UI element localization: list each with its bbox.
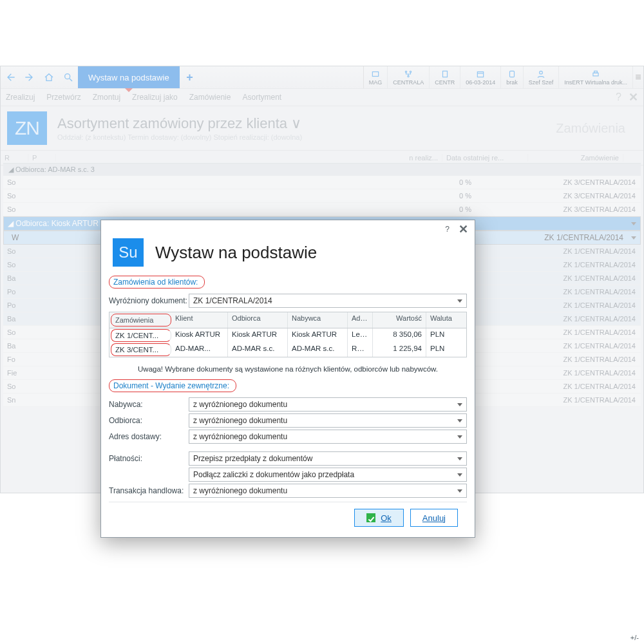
label-highlighted-doc: Wyróżniony dokument: bbox=[109, 296, 189, 305]
label-platnosci: Płatności: bbox=[109, 454, 189, 463]
odbiorca-select[interactable]: z wyróżnionego dokumentu bbox=[189, 413, 467, 428]
dialog-close-button[interactable]: ✕ bbox=[459, 222, 468, 236]
th-klient[interactable]: Klient bbox=[171, 312, 228, 328]
dialog-badge: Su bbox=[113, 238, 144, 267]
dialog-help-button[interactable]: ? bbox=[445, 225, 450, 234]
label-odbiorca: Odbiorca: bbox=[109, 416, 189, 425]
warning-text: Uwaga! Wybrane dokumenty są wystawione n… bbox=[109, 361, 467, 379]
zoom-indicator[interactable]: +/- bbox=[630, 634, 639, 641]
label-nabywca: Nabywca: bbox=[109, 400, 189, 409]
th-orders[interactable]: Zamówienia bbox=[111, 314, 171, 327]
orders-table: Zamówienia Klient Odbiorca Nabywca Adres… bbox=[109, 312, 467, 357]
th-wartosc[interactable]: Wartość bbox=[373, 312, 426, 328]
th-odbiorca[interactable]: Odbiorca bbox=[228, 312, 288, 328]
section-orders-link[interactable]: Zamówienia od klientów: bbox=[113, 278, 198, 287]
cancel-button[interactable]: Anuluj bbox=[410, 509, 458, 527]
check-icon bbox=[366, 513, 375, 522]
dialog-title: Wystaw na podstawie bbox=[155, 243, 317, 263]
table-row[interactable]: ZK 3/CENT... AD-MAR... AD-MAR s.c. AD-MA… bbox=[109, 343, 466, 357]
nabywca-select[interactable]: z wyróżnionego dokumentu bbox=[189, 397, 467, 412]
platnosci-select[interactable]: Przepisz przedpłaty z dokumentów bbox=[189, 451, 467, 466]
label-trans: Transakcja handlowa: bbox=[109, 486, 189, 495]
label-adres: Adres dostawy: bbox=[109, 432, 189, 441]
th-nabywca[interactable]: Nabywca bbox=[288, 312, 348, 328]
issue-based-on-dialog: ? ✕ Su Wystaw na podstawie Zamówienia od… bbox=[100, 220, 475, 538]
th-adres[interactable]: Adres dostawy bbox=[348, 312, 373, 328]
ok-button[interactable]: Ok bbox=[354, 509, 404, 527]
section-document-link[interactable]: Dokument - Wydanie zewnętrzne: bbox=[113, 381, 229, 390]
adres-select[interactable]: z wyróżnionego dokumentu bbox=[189, 430, 467, 444]
trans-select[interactable]: z wyróżnionego dokumentu bbox=[189, 484, 467, 498]
platnosci2-select[interactable]: Podłącz zaliczki z dokumentów jako przed… bbox=[189, 468, 467, 482]
th-waluta[interactable]: Waluta bbox=[426, 312, 466, 328]
table-row[interactable]: ZK 1/CENT... Kiosk ARTUR Kiosk ARTUR Kio… bbox=[109, 328, 466, 343]
highlighted-doc-select[interactable]: ZK 1/CENTRALA/2014 bbox=[189, 294, 467, 308]
